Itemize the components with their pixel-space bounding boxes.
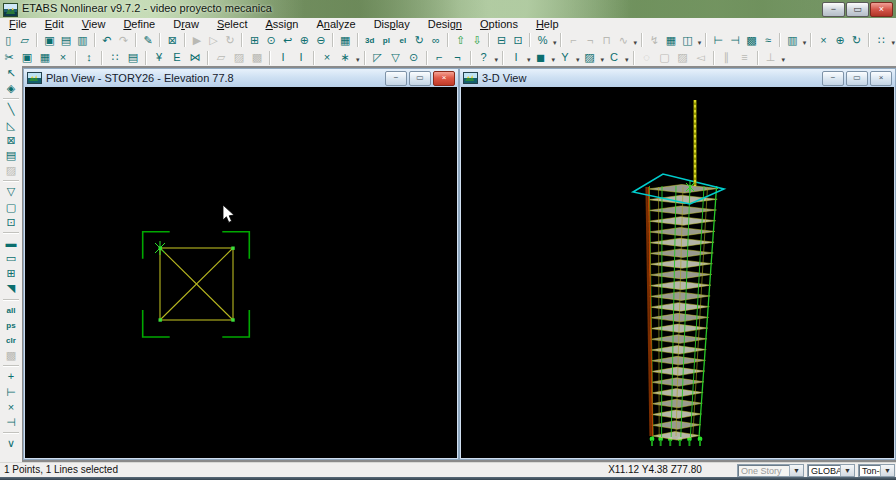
draw-area-button[interactable]: ▽ bbox=[3, 184, 20, 199]
draw-special-joint-button[interactable]: ¥ bbox=[151, 50, 168, 65]
pan-view-button[interactable]: ▦ bbox=[338, 33, 354, 48]
assign-shell-button[interactable]: ▩ bbox=[744, 33, 760, 48]
select-pointer-button[interactable]: ↖ bbox=[3, 66, 20, 81]
section-cut-1-button[interactable]: I bbox=[275, 50, 292, 65]
threed-restore-button[interactable]: ▭ bbox=[846, 71, 868, 86]
mirror-object-button[interactable]: ¬ bbox=[449, 50, 466, 65]
set-view-limits-button[interactable]: ⊟ bbox=[494, 33, 510, 48]
previous-selection-button[interactable]: ps bbox=[3, 318, 20, 333]
view-3d-button[interactable]: 3d bbox=[362, 33, 378, 48]
three-d-view-canvas[interactable] bbox=[461, 87, 894, 457]
move-up-story-button[interactable]: ⇧ bbox=[453, 33, 469, 48]
view-plan-button[interactable]: pl bbox=[379, 33, 395, 48]
draw-secondary-beams-button[interactable]: ▤ bbox=[3, 148, 20, 163]
draw-floor-region-button[interactable]: ▭ bbox=[3, 251, 20, 266]
snap-to-midpoints-button[interactable]: ⊢ bbox=[3, 385, 20, 400]
show-grid-button[interactable]: ▦ bbox=[663, 33, 679, 48]
zoom-out-button[interactable]: ⊖ bbox=[313, 33, 329, 48]
edit-story-data-button[interactable]: ▤ bbox=[125, 50, 142, 65]
select-by-line-button[interactable]: ◸ bbox=[369, 50, 386, 65]
main-titlebar[interactable]: ETABS Nonlinear v9.7.2 - video proyecto … bbox=[0, 0, 896, 18]
plan-minimize-button[interactable]: − bbox=[385, 71, 407, 86]
clear-display-button[interactable]: × bbox=[319, 50, 336, 65]
edit-pencil-button[interactable]: ✎ bbox=[140, 33, 156, 48]
rotate-objects-button[interactable]: ↻ bbox=[849, 33, 865, 48]
link-assign-button[interactable]: C▾ bbox=[606, 50, 623, 65]
threed-close-button[interactable]: × bbox=[870, 71, 892, 86]
new-model-button[interactable]: ▯ bbox=[1, 33, 17, 48]
restore-full-view-button[interactable]: ⊙ bbox=[263, 33, 279, 48]
select-by-poly-button[interactable]: ▽ bbox=[387, 50, 404, 65]
more-tools-button[interactable]: ∨ bbox=[3, 436, 20, 451]
edit-grid-data-button[interactable]: ∷ bbox=[107, 50, 124, 65]
print-tables-button[interactable]: ▥ bbox=[75, 33, 91, 48]
plan-close-button[interactable]: × bbox=[433, 71, 455, 86]
maximize-button[interactable]: ▭ bbox=[846, 2, 869, 17]
menu-help[interactable]: Help bbox=[527, 18, 568, 31]
menu-options[interactable]: Options bbox=[471, 18, 527, 31]
menu-edit[interactable]: Edit bbox=[36, 18, 73, 31]
units-combo[interactable]: Ton-m ▼ bbox=[858, 464, 895, 477]
plan-restore-button[interactable]: ▭ bbox=[409, 71, 431, 86]
diaphragm-assign-button[interactable]: ▨▾ bbox=[581, 50, 598, 65]
draw-brace-button[interactable]: ⊠ bbox=[3, 133, 20, 148]
view-elevation-button[interactable]: el bbox=[395, 33, 411, 48]
previous-zoom-button[interactable]: ↩ bbox=[280, 33, 296, 48]
draw-horizontal-line-button[interactable]: ▬ bbox=[3, 236, 20, 251]
menu-draw[interactable]: Draw bbox=[164, 18, 208, 31]
menu-design[interactable]: Design bbox=[419, 18, 471, 31]
assign-load-button[interactable]: ≈ bbox=[760, 33, 776, 48]
frame-section-assign-button[interactable]: I▾ bbox=[508, 50, 525, 65]
three-d-view-titlebar[interactable]: 3-D View − ▭ × bbox=[460, 69, 895, 87]
assign-frame-button[interactable]: ⊣ bbox=[727, 33, 743, 48]
draw-lines-in-region-button[interactable]: ◺ bbox=[3, 118, 20, 133]
draw-rectangular-area-button[interactable]: ▢ bbox=[3, 200, 20, 215]
coordinate-system-combo[interactable]: GLOBAL ▼ bbox=[807, 464, 855, 477]
measure-button[interactable]: ↕ bbox=[81, 50, 98, 65]
lock-model-button[interactable]: ⊠ bbox=[165, 33, 181, 48]
menu-define[interactable]: Define bbox=[114, 18, 164, 31]
menu-view[interactable]: View bbox=[73, 18, 115, 31]
open-file-button[interactable]: ▱ bbox=[17, 33, 33, 48]
close-button[interactable]: × bbox=[870, 2, 893, 17]
minimize-button[interactable]: − bbox=[822, 2, 845, 17]
zoom-in-button[interactable]: ⊕ bbox=[296, 33, 312, 48]
wall-section-assign-button[interactable]: ◼▾ bbox=[532, 50, 549, 65]
draw-frame-element-button[interactable]: E bbox=[169, 50, 186, 65]
save-model-button[interactable]: ▣ bbox=[42, 33, 58, 48]
apply-colors-button[interactable]: ∗▾ bbox=[337, 50, 354, 65]
rubber-band-zoom-button[interactable]: ⊞ bbox=[247, 33, 263, 48]
menu-assign[interactable]: Assign bbox=[256, 18, 307, 31]
clear-selection-button[interactable]: clr bbox=[3, 333, 20, 348]
display-options-button[interactable]: %▾ bbox=[535, 33, 551, 48]
flip-object-button[interactable]: ⌐ bbox=[431, 50, 448, 65]
menu-select[interactable]: Select bbox=[208, 18, 257, 31]
show-area-objects-button[interactable]: ◫▾ bbox=[680, 33, 696, 48]
plan-view-titlebar[interactable]: Plan View - STORY26 - Elevation 77.8 − ▭… bbox=[24, 69, 458, 87]
draw-grid-area-button[interactable]: ⊞ bbox=[3, 266, 20, 281]
delete-objects-button[interactable]: × bbox=[816, 33, 832, 48]
wall-stack-button[interactable]: ▥▾ bbox=[785, 33, 801, 48]
draw-line-button[interactable]: ╲ bbox=[3, 102, 20, 117]
draw-area-at-click-button[interactable]: ⊡ bbox=[3, 215, 20, 230]
print-graphics-button[interactable]: ▤ bbox=[58, 33, 74, 48]
draw-quick-brace-button[interactable]: ⋈ bbox=[187, 50, 204, 65]
menu-display[interactable]: Display bbox=[365, 18, 419, 31]
assign-joint-button[interactable]: ⊢ bbox=[711, 33, 727, 48]
copy-button[interactable]: ▣ bbox=[19, 50, 36, 65]
menu-file[interactable]: File bbox=[0, 18, 36, 31]
show-selection-only-button[interactable]: ⊡ bbox=[510, 33, 526, 48]
cut-button[interactable]: ✂ bbox=[1, 50, 18, 65]
snap-to-intersections-button[interactable]: × bbox=[3, 400, 20, 415]
perspective-toggle-button[interactable]: ∞ bbox=[428, 33, 444, 48]
threed-minimize-button[interactable]: − bbox=[822, 71, 844, 86]
section-cut-2-button[interactable]: I bbox=[293, 50, 310, 65]
menu-analyze[interactable]: Analyze bbox=[308, 18, 365, 31]
rotate-3d-view-button[interactable]: ↻ bbox=[412, 33, 428, 48]
undo-button[interactable]: ↶ bbox=[99, 33, 115, 48]
support-assign-button[interactable]: Y▾ bbox=[557, 50, 574, 65]
paste-button[interactable]: ▦ bbox=[37, 50, 54, 65]
plan-view-canvas[interactable] bbox=[25, 87, 457, 457]
reshape-object-button[interactable]: ◈ bbox=[3, 81, 20, 96]
select-by-circle-button[interactable]: ⊙ bbox=[405, 50, 422, 65]
